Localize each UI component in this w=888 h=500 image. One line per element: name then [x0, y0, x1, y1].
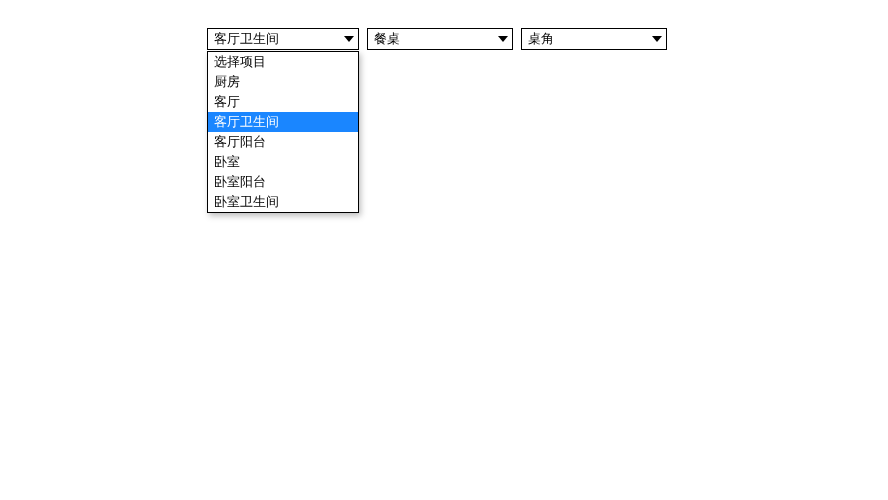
- room-option[interactable]: 卧室: [208, 152, 358, 172]
- room-option[interactable]: 厨房: [208, 72, 358, 92]
- room-select-value: 客厅卫生间: [214, 29, 279, 49]
- part-select-value: 桌角: [528, 29, 554, 49]
- object-select[interactable]: 餐桌: [367, 28, 513, 50]
- room-option[interactable]: 卧室阳台: [208, 172, 358, 192]
- room-option[interactable]: 客厅阳台: [208, 132, 358, 152]
- chevron-down-icon: [652, 36, 662, 42]
- object-select-value: 餐桌: [374, 29, 400, 49]
- part-select[interactable]: 桌角: [521, 28, 667, 50]
- room-option[interactable]: 选择项目: [208, 52, 358, 72]
- room-option[interactable]: 客厅卫生间: [208, 112, 358, 132]
- room-select[interactable]: 客厅卫生间: [207, 28, 359, 50]
- room-select-dropdown[interactable]: 选择项目厨房客厅客厅卫生间客厅阳台卧室卧室阳台卧室卫生间: [207, 51, 359, 213]
- select-row: 客厅卫生间 餐桌 桌角: [207, 28, 667, 50]
- chevron-down-icon: [344, 36, 354, 42]
- room-option[interactable]: 卧室卫生间: [208, 192, 358, 212]
- room-option[interactable]: 客厅: [208, 92, 358, 112]
- chevron-down-icon: [498, 36, 508, 42]
